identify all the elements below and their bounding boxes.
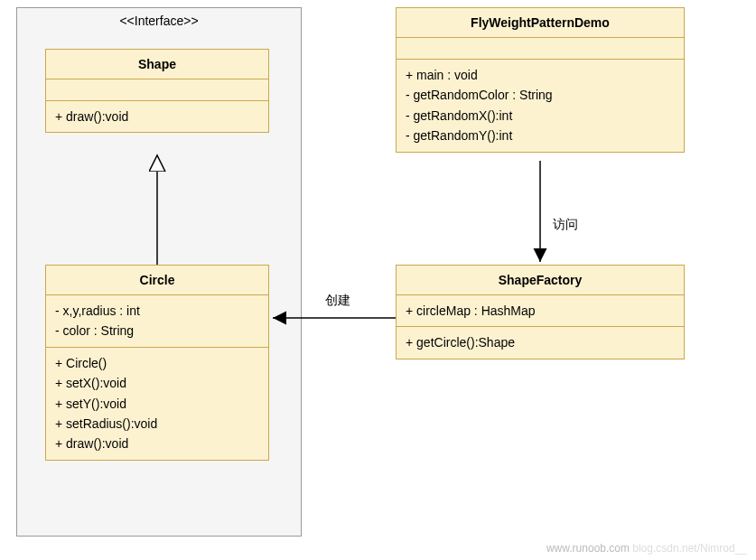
method: + setY():void [55, 394, 259, 414]
class-demo-attrs [397, 38, 684, 60]
method: + getCircle():Shape [406, 332, 675, 352]
attr: + circleMap : HashMap [406, 301, 675, 321]
class-demo-methods: + main : void - getRandomColor : String … [397, 60, 684, 152]
class-shape-attrs [46, 79, 268, 101]
class-demo: FlyWeightPatternDemo + main : void - get… [396, 7, 685, 153]
class-factory-methods: + getCircle():Shape [397, 327, 684, 358]
method: + Circle() [55, 353, 259, 373]
method: - getRandomX():int [406, 106, 675, 126]
method: + setRadius():void [55, 414, 259, 434]
class-shape: Shape + draw():void [45, 49, 269, 133]
package-stereotype: <<Interface>> [17, 8, 301, 30]
class-demo-title: FlyWeightPatternDemo [397, 8, 684, 38]
class-circle-title: Circle [46, 266, 268, 295]
attr: - x,y,radius : int [55, 301, 259, 321]
class-circle-methods: + Circle() + setX():void + setY():void +… [46, 348, 268, 460]
label-create: 创建 [325, 293, 350, 309]
class-circle: Circle - x,y,radius : int - color : Stri… [45, 265, 269, 461]
method: + draw():void [55, 434, 259, 453]
class-factory-title: ShapeFactory [397, 266, 684, 295]
method: + draw():void [55, 107, 259, 126]
class-circle-attrs: - x,y,radius : int - color : String [46, 295, 268, 348]
watermark-runoob: www.runoob.com [546, 542, 630, 555]
class-shape-methods: + draw():void [46, 101, 268, 132]
watermark-csdn: blog.csdn.net/Nimrod__ [632, 542, 747, 555]
method: + setX():void [55, 373, 259, 393]
attr: - color : String [55, 321, 259, 341]
method: + main : void [406, 65, 675, 85]
label-access: 访问 [553, 217, 578, 233]
method: - getRandomColor : String [406, 85, 675, 105]
class-factory-attrs: + circleMap : HashMap [397, 295, 684, 327]
class-shape-title: Shape [46, 50, 268, 79]
method: - getRandomY():int [406, 126, 675, 145]
class-factory: ShapeFactory + circleMap : HashMap + get… [396, 265, 685, 359]
